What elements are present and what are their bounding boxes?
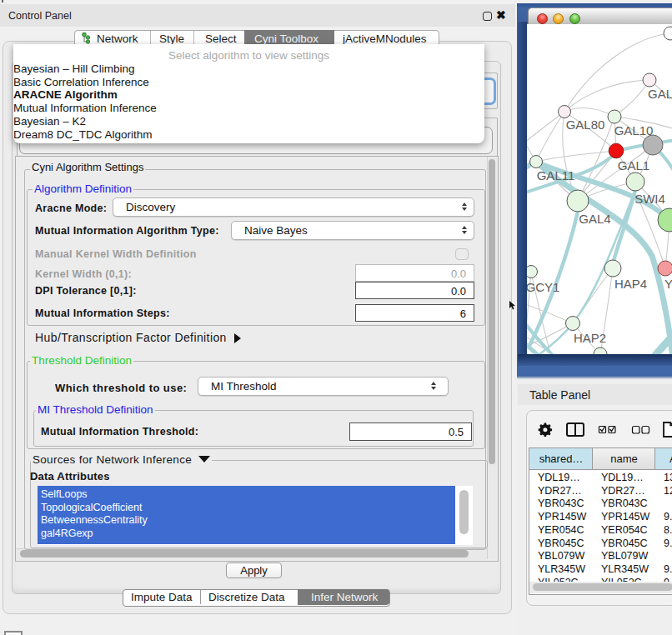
svg-text:HAP2: HAP2 (574, 331, 606, 345)
svg-text:GAL4: GAL4 (579, 212, 610, 226)
svg-text:SWI4: SWI4 (634, 192, 665, 206)
svg-text:GAL80: GAL80 (566, 118, 605, 132)
svg-text:GCY1: GCY1 (527, 280, 559, 294)
svg-text:GAL: GAL (648, 87, 672, 101)
svg-text:GAL10: GAL10 (614, 123, 654, 138)
svg-text:Y: Y (664, 277, 672, 291)
svg-text:GAL11: GAL11 (537, 168, 575, 182)
svg-text:GAL1: GAL1 (618, 158, 649, 172)
svg-text:HAP4: HAP4 (614, 277, 647, 291)
